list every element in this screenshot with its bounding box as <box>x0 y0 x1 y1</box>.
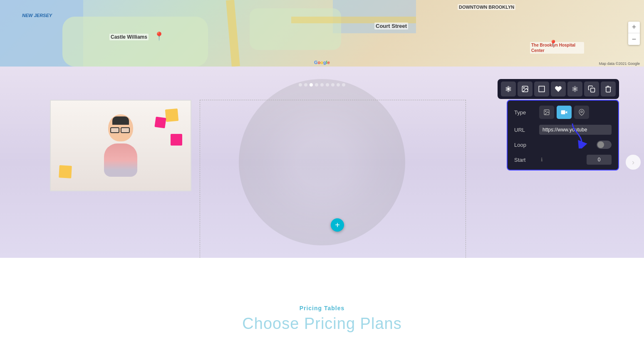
downtown-brooklyn-label: DOWNTOWN BROOKLYN <box>458 4 515 10</box>
type-label: Type <box>514 109 539 116</box>
person-figure <box>104 114 137 177</box>
loop-label: Loop <box>514 142 539 148</box>
pricing-title: Choose Pricing Plans <box>242 315 401 333</box>
new-jersey-label: NEW JERSEY <box>21 12 53 18</box>
svg-rect-5 <box>591 88 595 92</box>
toolbar <box>498 79 619 99</box>
sticky-note-pink-2 <box>171 134 182 146</box>
map-zoom-controls: + − <box>628 22 640 45</box>
type-image-button[interactable] <box>539 106 554 119</box>
sticky-note-yellow-top <box>165 109 179 122</box>
dot-8[interactable] <box>337 83 340 86</box>
map-park2 <box>250 8 341 50</box>
svg-point-7 <box>545 111 546 112</box>
dot-9[interactable] <box>342 83 345 86</box>
dot-1[interactable] <box>299 83 302 86</box>
svg-marker-8 <box>565 111 567 114</box>
panel-inner: Type URL <box>508 101 618 170</box>
dot-2[interactable] <box>304 83 307 86</box>
map-pin-castle: 📍 <box>154 31 164 41</box>
add-button[interactable]: + <box>331 218 344 232</box>
sticky-note-yellow-bottom <box>59 165 72 178</box>
toolbar-delete-button[interactable] <box>601 82 616 96</box>
person-body <box>104 143 137 177</box>
dot-7[interactable] <box>331 83 334 86</box>
type-buttons <box>539 106 612 119</box>
loop-toggle[interactable] <box>597 141 612 149</box>
map-road-vertical <box>226 0 240 67</box>
map-section: NEW JERSEY Castle Williams Court Street … <box>0 0 644 67</box>
zoom-in-button[interactable]: + <box>628 22 640 33</box>
pricing-section: Pricing Tables Choose Pricing Plans <box>0 258 644 341</box>
google-logo: Google <box>314 60 330 65</box>
dot-3[interactable] <box>310 83 313 86</box>
dot-6[interactable] <box>326 83 329 86</box>
face-bg <box>239 79 405 245</box>
glass-lens-left <box>110 127 119 133</box>
person-head <box>108 114 133 141</box>
next-slide-button[interactable]: › <box>626 155 641 170</box>
zoom-out-button[interactable]: − <box>628 33 640 45</box>
url-row: URL <box>514 125 612 135</box>
toolbar-image-button[interactable] <box>518 82 533 96</box>
svg-rect-9 <box>561 110 565 114</box>
loop-row: Loop <box>514 141 612 149</box>
start-row: Start ℹ <box>514 155 612 165</box>
castle-williams-label: Castle Williams <box>109 34 149 40</box>
start-info-icon: ℹ <box>541 157 543 163</box>
dot-4[interactable] <box>315 83 318 86</box>
toolbar-settings-button[interactable] <box>501 82 516 96</box>
person-glasses <box>110 127 131 133</box>
loop-toggle-container <box>597 141 612 149</box>
start-label: Start <box>514 157 539 163</box>
svg-rect-3 <box>539 86 545 92</box>
svg-point-2 <box>523 87 524 88</box>
url-label: URL <box>514 127 539 133</box>
media-panel: Type URL <box>507 100 619 170</box>
type-video-button[interactable] <box>557 106 572 119</box>
pricing-label: Pricing Tables <box>300 305 345 311</box>
toolbar-rectangle-button[interactable] <box>534 82 549 96</box>
court-street-label: Court Street <box>374 22 408 30</box>
toolbar-gear-button[interactable] <box>567 82 582 96</box>
sticky-note-pink-1 <box>154 116 166 128</box>
map-park <box>62 17 208 67</box>
map-background: NEW JERSEY Castle Williams Court Street … <box>0 0 644 67</box>
dot-5[interactable] <box>320 83 324 86</box>
toggle-knob <box>597 141 604 148</box>
type-map-button[interactable] <box>574 106 589 119</box>
media-section: + › Type <box>0 67 644 258</box>
carousel-dots <box>299 83 345 86</box>
blue-arrow-indicator <box>568 124 589 148</box>
thumbnail-image <box>50 100 191 191</box>
svg-point-10 <box>581 111 582 113</box>
glass-lens-right <box>121 127 130 133</box>
toolbar-heart-button[interactable] <box>551 82 566 96</box>
map-pin-hospital: 📍 <box>549 40 557 47</box>
start-input[interactable] <box>587 155 612 165</box>
panel-arrow-up <box>559 100 567 101</box>
map-data-text: Map data ©2021 Google <box>599 62 640 66</box>
thumbnail-inner <box>51 101 191 190</box>
toolbar-copy-button[interactable] <box>584 82 599 96</box>
type-row: Type <box>514 106 612 119</box>
person-hair <box>112 116 129 125</box>
